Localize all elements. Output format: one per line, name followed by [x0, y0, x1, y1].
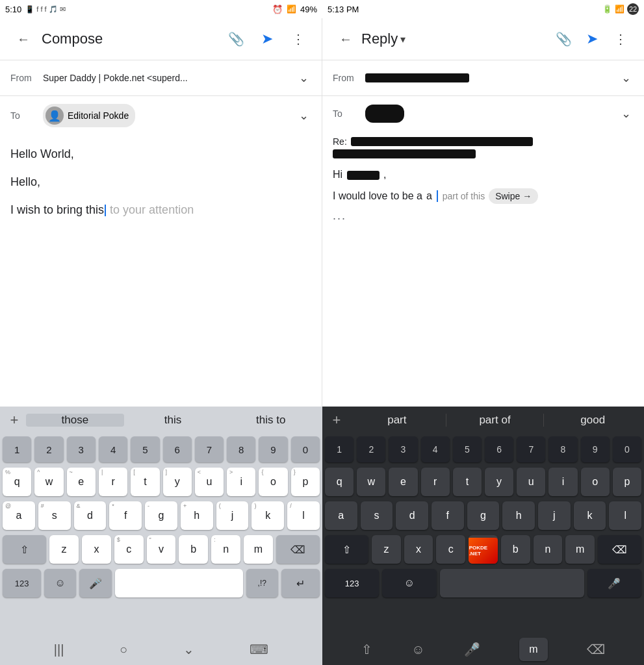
r-key-3[interactable]: 3: [389, 436, 417, 462]
r-key-a[interactable]: a: [325, 501, 357, 530]
reply-ellipsis[interactable]: ···: [322, 207, 644, 231]
r-mic-key[interactable]: 🎤: [587, 569, 641, 597]
more-options-button[interactable]: ⋮: [285, 26, 311, 52]
reply-to-dropdown[interactable]: ⌄: [619, 104, 634, 123]
key-j[interactable]: (j: [216, 501, 249, 530]
r-key-n[interactable]: n: [534, 535, 563, 564]
suggestion-this-to[interactable]: this to: [222, 414, 320, 427]
r-key-w[interactable]: w: [357, 468, 385, 496]
key-y[interactable]: ]y: [163, 468, 192, 496]
r-key-l[interactable]: l: [609, 501, 641, 530]
key-4[interactable]: 4: [99, 436, 127, 462]
key-2[interactable]: 2: [34, 436, 63, 462]
r-emoji-key[interactable]: ☺: [382, 569, 436, 597]
key-g[interactable]: -g: [145, 501, 177, 530]
r-key-c[interactable]: c: [436, 535, 465, 564]
nav-emoji-right[interactable]: ☺: [411, 642, 424, 657]
r-key-z[interactable]: z: [372, 535, 401, 564]
key-x[interactable]: x: [82, 535, 111, 564]
key-l[interactable]: /l: [287, 501, 320, 530]
compose-body[interactable]: Hello World, Hello, I wish to bring this…: [0, 135, 322, 407]
r-shift-key[interactable]: ⇧: [325, 535, 368, 564]
nav-shift-right[interactable]: ⇧: [361, 642, 372, 657]
key-z[interactable]: z: [49, 535, 79, 564]
r-space-key[interactable]: [440, 569, 584, 597]
r-key-d[interactable]: d: [396, 501, 428, 530]
key-6[interactable]: 6: [163, 436, 192, 462]
r-key-4[interactable]: 4: [421, 436, 450, 462]
emoji-key[interactable]: ☺: [44, 569, 76, 597]
from-value[interactable]: Super Daddy | Pokde.net <superd...: [43, 73, 296, 83]
reply-body-area[interactable]: I would love to be a a part of this Swip…: [322, 186, 644, 207]
r-key-f[interactable]: f: [431, 501, 464, 530]
suggestion-part[interactable]: part: [348, 414, 446, 427]
r-key-u[interactable]: u: [517, 468, 545, 496]
reply-dropdown-icon[interactable]: ▾: [400, 33, 406, 45]
r-key-7[interactable]: 7: [517, 436, 545, 462]
send-button[interactable]: ➤: [254, 26, 280, 52]
key-c[interactable]: $c: [114, 535, 144, 564]
reply-from-dropdown[interactable]: ⌄: [619, 68, 634, 88]
reply-send-button[interactable]: ➤: [579, 26, 605, 52]
r-key-2[interactable]: 2: [357, 436, 385, 462]
key-h[interactable]: +h: [181, 501, 213, 530]
r-key-m[interactable]: m: [565, 535, 595, 564]
r-key-h[interactable]: h: [502, 501, 535, 530]
key-e[interactable]: ~e: [67, 468, 96, 496]
r-key-8[interactable]: 8: [548, 436, 577, 462]
comma-key[interactable]: ,!?: [246, 569, 278, 597]
key-i[interactable]: >i: [227, 468, 255, 496]
reply-to-field[interactable]: To ⌄: [322, 95, 644, 131]
r-key-6[interactable]: 6: [485, 436, 513, 462]
suggestion-good[interactable]: good: [543, 414, 641, 427]
r-key-e[interactable]: e: [389, 468, 417, 496]
r-key-b[interactable]: b: [501, 535, 530, 564]
key-r[interactable]: |r: [99, 468, 127, 496]
nav-home-left[interactable]: ○: [120, 642, 127, 657]
num-switch-key[interactable]: 123: [3, 569, 41, 597]
r-key-x[interactable]: x: [404, 535, 433, 564]
r-key-y[interactable]: y: [485, 468, 513, 496]
recipient-chip[interactable]: 👤 Editorial Pokde: [43, 104, 135, 127]
r-key-v[interactable]: POKDE.NET v: [469, 535, 498, 564]
key-v[interactable]: "v: [147, 535, 176, 564]
r-key-g[interactable]: g: [467, 501, 500, 530]
r-key-t[interactable]: t: [453, 468, 482, 496]
reply-back-button[interactable]: ←: [333, 26, 359, 52]
suggestion-plus-right[interactable]: +: [325, 408, 348, 432]
from-dropdown-icon[interactable]: ⌄: [296, 68, 311, 88]
r-key-9[interactable]: 9: [581, 436, 610, 462]
to-field[interactable]: To 👤 Editorial Pokde ⌄: [0, 95, 322, 135]
key-m[interactable]: m: [244, 535, 273, 564]
r-num-switch[interactable]: 123: [325, 569, 379, 597]
back-button[interactable]: ←: [10, 26, 36, 52]
key-w[interactable]: ^w: [34, 468, 63, 496]
r-key-q[interactable]: q: [325, 468, 354, 496]
r-key-1[interactable]: 1: [325, 436, 354, 462]
key-b[interactable]: b: [179, 535, 208, 564]
nav-keyboard-left[interactable]: ⌨: [250, 642, 268, 657]
r-key-p[interactable]: p: [613, 468, 641, 496]
key-9[interactable]: 9: [259, 436, 287, 462]
mic-key[interactable]: 🎤: [79, 569, 111, 597]
suggestion-this[interactable]: this: [124, 414, 222, 427]
nav-mic-right[interactable]: 🎤: [464, 642, 480, 657]
space-key[interactable]: [115, 569, 243, 597]
r-key-r[interactable]: r: [421, 468, 450, 496]
nav-recent-left[interactable]: ⌄: [183, 642, 194, 657]
key-t[interactable]: [t: [131, 468, 159, 496]
nav-back-left[interactable]: |||: [54, 642, 64, 657]
r-backspace-key[interactable]: ⌫: [598, 535, 641, 564]
suggestion-part-of[interactable]: part of: [446, 414, 544, 427]
r-key-0[interactable]: 0: [613, 436, 641, 462]
reply-attach-button[interactable]: 📎: [550, 26, 576, 52]
key-7[interactable]: 7: [195, 436, 224, 462]
key-k[interactable]: )k: [251, 501, 284, 530]
key-f[interactable]: *f: [109, 501, 142, 530]
key-u[interactable]: <u: [195, 468, 224, 496]
key-3[interactable]: 3: [67, 436, 96, 462]
key-a[interactable]: @a: [3, 501, 35, 530]
attach-button[interactable]: 📎: [223, 26, 249, 52]
key-q[interactable]: %q: [3, 468, 31, 496]
reply-more-button[interactable]: ⋮: [608, 26, 634, 52]
